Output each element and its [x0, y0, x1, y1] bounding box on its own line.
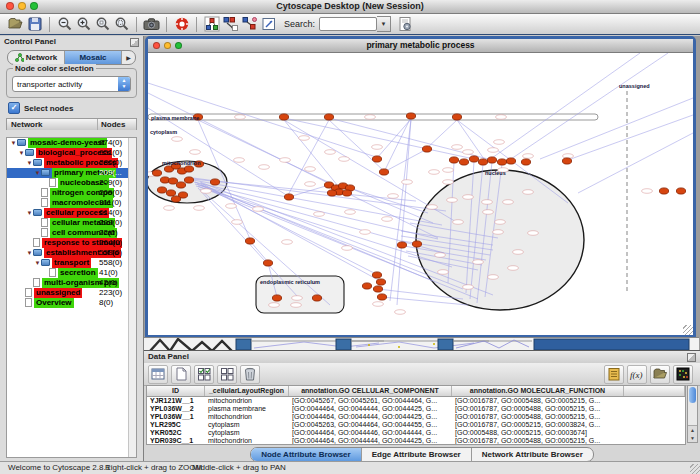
tab-network-attribute-browser[interactable]: Network Attribute Browser	[472, 448, 593, 461]
delete-attribute-button[interactable]	[240, 365, 260, 384]
formula-button[interactable]: f(x)	[627, 365, 647, 384]
network-view-window[interactable]: primary metabolic process plasma membran…	[145, 36, 696, 337]
network-node[interactable]	[506, 158, 515, 164]
network-node[interactable]	[497, 159, 506, 165]
network-node[interactable]	[152, 170, 161, 176]
network-node[interactable]	[210, 179, 219, 185]
expand-arrow-icon[interactable]: ▼	[10, 138, 17, 148]
tree-row[interactable]: unassigned223(0)	[7, 288, 136, 298]
network-node[interactable]	[422, 146, 431, 152]
minimize-icon[interactable]	[164, 42, 171, 49]
table-scrollbar-arrows[interactable]: ▲▼	[688, 425, 697, 442]
unselect-attributes-button[interactable]	[217, 365, 237, 384]
network-node[interactable]	[478, 159, 487, 165]
network-node[interactable]	[157, 187, 166, 193]
tree-scrollbar[interactable]	[128, 138, 136, 457]
tree-row[interactable]: response to stimulu264(0)	[7, 238, 136, 248]
network-node[interactable]	[176, 182, 185, 188]
attribute-matrix-button[interactable]	[673, 365, 693, 384]
col-molecular-function[interactable]: annotation.GO MOLECULAR_FUNCTION	[452, 386, 624, 396]
float-panel-icon[interactable]	[130, 38, 139, 47]
expand-arrow-icon[interactable]: ▼	[34, 258, 41, 268]
tree-row[interactable]: ▼mosaic-demo-yeast874(0)	[7, 138, 136, 148]
network-node[interactable]	[272, 295, 281, 301]
save-session-button[interactable]	[25, 15, 44, 33]
attribute-table-button[interactable]	[148, 365, 168, 384]
col-id[interactable]: ID	[147, 386, 205, 396]
network-node[interactable]	[327, 190, 336, 196]
tree-row[interactable]: ▼transport558(0)	[7, 258, 136, 268]
zoom-button[interactable]	[30, 2, 38, 10]
network-node[interactable]	[372, 272, 381, 278]
network-node[interactable]	[168, 178, 177, 184]
network-node[interactable]	[324, 114, 333, 120]
tree-row[interactable]: macromolecule311(0)	[7, 198, 136, 208]
col-region[interactable]: _cellularLayoutRegion	[205, 386, 289, 396]
attribute-table[interactable]: ID _cellularLayoutRegion annotation.GO C…	[146, 385, 686, 445]
table-scrollbar[interactable]: ▲▼	[687, 385, 698, 443]
window-resize-grip[interactable]	[683, 325, 693, 335]
select-attributes-button[interactable]	[194, 365, 214, 384]
network-node[interactable]	[263, 260, 272, 266]
open-file-button[interactable]	[6, 15, 25, 33]
network-node[interactable]	[449, 157, 458, 163]
network-node[interactable]	[562, 158, 571, 164]
expand-arrow-icon[interactable]: ▼	[26, 208, 33, 218]
node-color-dropdown[interactable]: transporter activity ▲▼	[12, 76, 131, 92]
network-node[interactable]	[397, 242, 406, 248]
network-node[interactable]	[312, 295, 321, 301]
search-config-button[interactable]	[395, 15, 414, 33]
tree-row[interactable]: secretion41(0)	[7, 268, 136, 278]
layout-button-2[interactable]	[240, 15, 259, 33]
maximize-icon[interactable]	[175, 42, 182, 49]
table-row[interactable]: YLR295Ccytoplasm[GO:0045263, GO:0044464,…	[147, 421, 685, 429]
tab-network[interactable]: Network	[8, 51, 65, 64]
col-cellular-component[interactable]: annotation.GO CELLULAR_COMPONENT	[289, 386, 452, 396]
close-icon[interactable]	[153, 42, 160, 49]
zoom-selected-button[interactable]	[93, 15, 112, 33]
network-node[interactable]	[376, 279, 385, 285]
tree-row[interactable]: ▼cellular process614(0)	[7, 208, 136, 218]
window-controls[interactable]	[6, 2, 38, 10]
expand-arrow-icon[interactable]: ▼	[26, 248, 33, 258]
network-node[interactable]	[184, 177, 193, 183]
zoom-out-button[interactable]	[55, 15, 74, 33]
layout-button-1[interactable]	[221, 15, 240, 33]
import-attributes-button[interactable]	[650, 365, 670, 384]
tree-row[interactable]: nitrogen compo209(0)	[7, 188, 136, 198]
network-node[interactable]	[362, 283, 371, 289]
zoom-fit-button[interactable]	[112, 15, 131, 33]
network-node[interactable]	[373, 286, 382, 292]
network-node[interactable]	[372, 156, 381, 162]
network-node[interactable]	[521, 159, 530, 165]
search-input[interactable]	[319, 17, 377, 31]
tree-row[interactable]: ▼establishment of lo558(0)	[7, 248, 136, 258]
network-node[interactable]	[379, 169, 388, 175]
table-row[interactable]: YJR121W__1mitochondrion[GO:0045267, GO:0…	[147, 397, 685, 405]
network-node[interactable]	[469, 156, 478, 162]
minimize-button[interactable]	[18, 2, 26, 10]
table-scrollbar-thumb[interactable]	[689, 387, 696, 403]
network-window-titlebar[interactable]: primary metabolic process	[148, 39, 693, 53]
new-attribute-button[interactable]	[171, 365, 191, 384]
table-row[interactable]: YKR052Ccytoplasm[GO:0044464, GO:0044446,…	[147, 429, 685, 437]
tab-mosaic[interactable]: Mosaic	[65, 51, 122, 64]
network-node[interactable]	[184, 166, 193, 172]
tree-row[interactable]: ▼primary metabo209(...	[7, 168, 136, 178]
tab-edge-attribute-browser[interactable]: Edge Attribute Browser	[362, 448, 472, 461]
network-node[interactable]	[279, 114, 288, 120]
help-button[interactable]	[172, 15, 191, 33]
tree-row[interactable]: cell communicat22(0)	[7, 228, 136, 238]
network-node[interactable]	[452, 114, 461, 120]
network-node[interactable]	[676, 188, 685, 194]
expand-arrow-icon[interactable]: ▼	[18, 148, 25, 158]
network-node[interactable]	[377, 294, 386, 300]
annotation-button[interactable]	[259, 15, 278, 33]
network-node[interactable]	[487, 157, 496, 163]
table-row[interactable]: YPL036W__1mitochondrion[GO:0044464, GO:0…	[147, 413, 685, 421]
table-row[interactable]: YDR039C__1mitochondrion[GO:0044464, GO:0…	[147, 437, 685, 445]
close-button[interactable]	[6, 2, 14, 10]
vizmapper-button[interactable]	[202, 15, 221, 33]
tree-row[interactable]: cellular metabol209(0)	[7, 218, 136, 228]
tree-row[interactable]: ▼metabolic process280(0)	[7, 158, 136, 168]
